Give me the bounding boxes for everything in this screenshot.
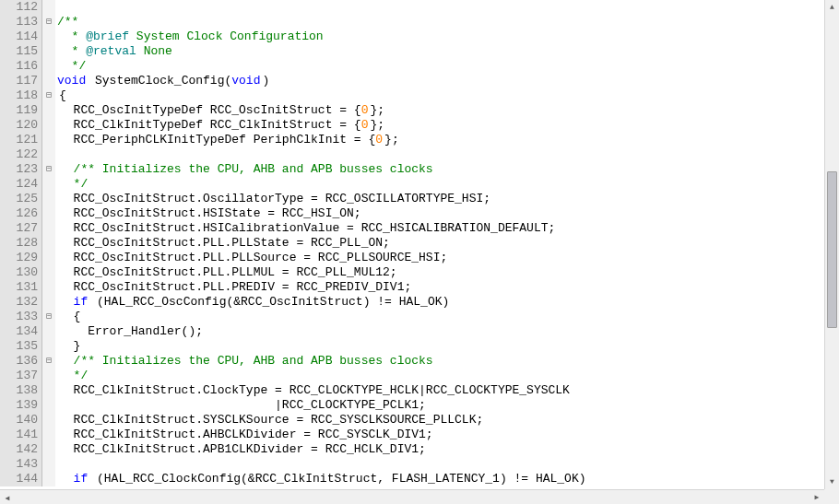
code-line[interactable]: 137 */ <box>0 369 824 383</box>
code-line[interactable]: 140 RCC_ClkInitStruct.SYSCLKSource = RCC… <box>0 413 824 428</box>
code-line[interactable]: 143 <box>0 457 824 472</box>
code-editor[interactable]: 112113⊟/**114 * @brief System Clock Conf… <box>0 0 824 489</box>
fold-toggle[interactable]: ⊟ <box>42 15 55 29</box>
line-number: 141 <box>0 428 42 442</box>
code-content[interactable]: RCC_ClkInitStruct.SYSCLKSource = RCC_SYS… <box>55 413 483 428</box>
code-line[interactable]: 129 RCC_OscInitStruct.PLL.PLLSource = RC… <box>0 251 824 265</box>
code-line[interactable]: 133⊟ { <box>0 310 824 324</box>
token: /** Initializes the CPU, AHB and APB bus… <box>74 162 433 176</box>
code-content[interactable]: /** <box>55 15 78 29</box>
fold-toggle <box>42 59 55 74</box>
code-line[interactable]: 139 |RCC_CLOCKTYPE_PCLK1; <box>0 398 824 413</box>
code-content[interactable]: */ <box>55 369 88 383</box>
code-line[interactable]: 116 */ <box>0 59 824 74</box>
fold-toggle[interactable]: ⊟ <box>42 354 55 369</box>
code-content[interactable]: */ <box>55 59 86 74</box>
code-content[interactable] <box>55 147 59 162</box>
code-content[interactable]: if (HAL_RCC_OscConfig(&RCC_OscInitStruct… <box>55 295 449 310</box>
code-content[interactable]: |RCC_CLOCKTYPE_PCLK1; <box>55 398 426 413</box>
code-line[interactable]: 121 RCC_PeriphCLKInitTypeDef PeriphClkIn… <box>0 133 824 147</box>
token <box>57 457 59 471</box>
code-line[interactable]: 117void SystemClock_Config(void) <box>0 74 824 88</box>
code-content[interactable] <box>55 0 59 15</box>
token: * <box>57 29 86 43</box>
code-line[interactable]: 123⊟ /** Initializes the CPU, AHB and AP… <box>0 162 824 177</box>
code-content[interactable]: * @brief System Clock Configuration <box>55 29 324 44</box>
code-content[interactable]: RCC_ClkInitStruct.APB1CLKDivider = RCC_H… <box>55 442 426 457</box>
scroll-v-track[interactable] <box>825 15 839 475</box>
scroll-left-icon[interactable]: ◀ <box>0 491 15 504</box>
code-content[interactable]: RCC_OscInitStruct.PLL.PLLSource = RCC_PL… <box>55 251 447 265</box>
fold-toggle[interactable]: ⊟ <box>42 88 55 103</box>
code-content[interactable] <box>55 457 59 472</box>
fold-toggle <box>42 177 55 192</box>
code-line[interactable]: 115 * @retval None <box>0 44 824 59</box>
scroll-v-thumb[interactable] <box>827 171 837 328</box>
token: None <box>136 44 172 58</box>
code-line[interactable]: 134 Error_Handler(); <box>0 324 824 339</box>
code-line[interactable]: 126 RCC_OscInitStruct.HSIState = RCC_HSI… <box>0 206 824 221</box>
code-line[interactable]: 127 RCC_OscInitStruct.HSICalibrationValu… <box>0 221 824 236</box>
code-line[interactable]: 125 RCC_OscInitStruct.OscillatorType = R… <box>0 192 824 206</box>
token: RCC_OscInitStruct.OscillatorType = RCC_O… <box>57 192 490 205</box>
horizontal-scrollbar[interactable]: ◀ ▶ <box>0 489 824 504</box>
code-content[interactable]: */ <box>55 177 88 192</box>
scroll-right-icon[interactable]: ▶ <box>809 490 824 504</box>
token: System Clock Configuration <box>129 29 324 43</box>
code-content[interactable]: Error_Handler(); <box>55 324 203 339</box>
code-line[interactable]: 114 * @brief System Clock Configuration <box>0 29 824 44</box>
scroll-down-icon[interactable]: ▼ <box>825 475 839 489</box>
code-line[interactable]: 138 RCC_ClkInitStruct.ClockType = RCC_CL… <box>0 383 824 398</box>
code-line[interactable]: 130 RCC_OscInitStruct.PLL.PLLMUL = RCC_P… <box>0 265 824 280</box>
code-line[interactable]: 113⊟/** <box>0 15 824 29</box>
line-number: 130 <box>0 265 42 280</box>
line-number: 119 <box>0 103 42 118</box>
code-content[interactable]: RCC_OscInitStruct.OscillatorType = RCC_O… <box>55 192 490 206</box>
code-content[interactable]: /** Initializes the CPU, AHB and APB bus… <box>55 162 433 177</box>
code-content[interactable]: void SystemClock_Config(void) <box>55 74 269 88</box>
code-line[interactable]: 119 RCC_OscInitTypeDef RCC_OscInitStruct… <box>0 103 824 118</box>
fold-toggle[interactable]: ⊟ <box>42 310 55 324</box>
code-line[interactable]: 135 } <box>0 339 824 354</box>
code-content[interactable]: * @retval None <box>55 44 172 59</box>
code-line[interactable]: 144 if (HAL_RCC_ClockConfig(&RCC_ClkInit… <box>0 472 824 486</box>
code-line[interactable]: 128 RCC_OscInitStruct.PLL.PLLState = RCC… <box>0 236 824 251</box>
code-content[interactable]: RCC_OscInitStruct.HSIState = RCC_HSI_ON; <box>55 206 361 221</box>
code-line[interactable]: 118⊟{ <box>0 88 824 103</box>
code-line[interactable]: 136⊟ /** Initializes the CPU, AHB and AP… <box>0 354 824 369</box>
line-number: 142 <box>0 442 42 457</box>
fold-toggle <box>42 442 55 457</box>
line-number: 136 <box>0 354 42 369</box>
code-content[interactable]: /** Initializes the CPU, AHB and APB bus… <box>55 354 433 369</box>
line-number: 134 <box>0 324 42 339</box>
code-line[interactable]: 141 RCC_ClkInitStruct.AHBCLKDivider = RC… <box>0 428 824 442</box>
vertical-scrollbar[interactable]: ▲ ▼ <box>824 0 839 489</box>
code-line[interactable]: 142 RCC_ClkInitStruct.APB1CLKDivider = R… <box>0 442 824 457</box>
code-line[interactable]: 131 RCC_OscInitStruct.PLL.PREDIV = RCC_P… <box>0 280 824 295</box>
scroll-up-icon[interactable]: ▲ <box>825 0 839 15</box>
code-line[interactable]: 122 <box>0 147 824 162</box>
code-content[interactable]: RCC_OscInitStruct.HSICalibrationValue = … <box>55 221 555 236</box>
code-line[interactable]: 120 RCC_ClkInitTypeDef RCC_ClkInitStruct… <box>0 118 824 133</box>
code-content[interactable]: RCC_PeriphCLKInitTypeDef PeriphClkInit =… <box>55 133 399 147</box>
code-content[interactable]: RCC_OscInitStruct.PLL.PLLMUL = RCC_PLL_M… <box>55 265 397 280</box>
code-line[interactable]: 124 */ <box>0 177 824 192</box>
token: RCC_OscInitTypeDef RCC_OscInitStruct = { <box>57 103 361 117</box>
code-content[interactable]: } <box>55 339 80 354</box>
code-content[interactable]: RCC_ClkInitStruct.AHBCLKDivider = RCC_SY… <box>55 428 433 442</box>
code-content[interactable]: { <box>55 88 66 103</box>
code-content[interactable]: RCC_OscInitStruct.PLL.PLLState = RCC_PLL… <box>55 236 390 251</box>
code-content[interactable]: { <box>55 310 80 324</box>
fold-toggle <box>42 369 55 383</box>
line-number: 133 <box>0 310 42 324</box>
line-number: 118 <box>0 88 42 103</box>
code-line[interactable]: 132 if (HAL_RCC_OscConfig(&RCC_OscInitSt… <box>0 295 824 310</box>
code-content[interactable]: RCC_ClkInitStruct.ClockType = RCC_CLOCKT… <box>55 383 570 398</box>
code-content[interactable]: if (HAL_RCC_ClockConfig(&RCC_ClkInitStru… <box>55 472 586 486</box>
code-line[interactable]: 112 <box>0 0 824 15</box>
line-number: 114 <box>0 29 42 44</box>
code-content[interactable]: RCC_OscInitTypeDef RCC_OscInitStruct = {… <box>55 103 384 118</box>
fold-toggle[interactable]: ⊟ <box>42 162 55 177</box>
code-content[interactable]: RCC_OscInitStruct.PLL.PREDIV = RCC_PREDI… <box>55 280 411 295</box>
code-content[interactable]: RCC_ClkInitTypeDef RCC_ClkInitStruct = {… <box>55 118 384 133</box>
